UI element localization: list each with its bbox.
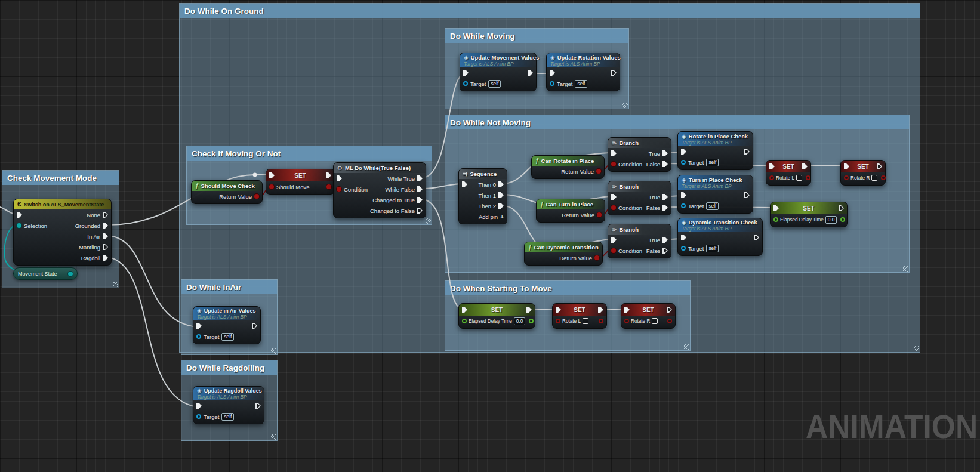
rotate-r-pin[interactable] xyxy=(624,319,629,323)
rotate-in-place-check-node[interactable]: ◈Rotate in Place Check Target is ALS Ani… xyxy=(677,131,753,170)
comment-resize-handle[interactable] xyxy=(684,344,689,350)
branch-node-2[interactable]: ⋔ Branch True Condition False xyxy=(608,181,671,215)
exec-in-pin[interactable] xyxy=(269,172,275,178)
return-value-pin[interactable] xyxy=(597,212,602,217)
comment-resize-handle[interactable] xyxy=(426,218,431,224)
target-pin[interactable] xyxy=(550,81,554,86)
turn-in-place-check-node[interactable]: ◈Turn in Place Check Target is ALS Anim … xyxy=(677,175,753,214)
comment-resize-handle[interactable] xyxy=(903,266,908,272)
exec-out-pin[interactable] xyxy=(528,70,533,76)
rotate-l-out-pin[interactable] xyxy=(806,175,810,180)
update-ragdoll-values-node[interactable]: ◈Update Ragdoll Values Target is ALS Ani… xyxy=(193,386,264,424)
target-pin[interactable] xyxy=(196,334,201,339)
exec-none-pin[interactable] xyxy=(103,212,108,218)
exec-in-pin[interactable] xyxy=(844,163,849,169)
exec-in-pin[interactable] xyxy=(681,192,686,198)
update-rotation-values-node[interactable]: ◈Update Rotation Values Target is ALS An… xyxy=(546,53,620,91)
changed-to-true-pin[interactable] xyxy=(417,197,423,203)
exec-in-pin[interactable] xyxy=(463,70,469,76)
exec-in-pin[interactable] xyxy=(624,307,630,313)
elapsed-delay-pin[interactable] xyxy=(773,217,778,222)
rotate-r-pin[interactable] xyxy=(844,175,849,180)
exec-grounded-pin[interactable] xyxy=(103,223,108,229)
condition-pin[interactable] xyxy=(611,248,616,253)
exec-out-pin[interactable] xyxy=(754,235,759,240)
set-should-move-node[interactable]: SET Should Move xyxy=(266,169,335,195)
exec-in-pin[interactable] xyxy=(769,163,775,169)
exec-in-pin[interactable] xyxy=(550,70,555,76)
set-rotate-r-node-top[interactable]: SET Rotate R xyxy=(840,160,886,186)
rotate-r-out-pin[interactable] xyxy=(667,319,672,323)
exec-out-pin[interactable] xyxy=(802,163,808,169)
true-pin[interactable] xyxy=(662,194,668,200)
comment-header[interactable]: Do While Ragdolling xyxy=(181,360,277,375)
condition-pin[interactable] xyxy=(611,205,616,210)
comment-resize-handle[interactable] xyxy=(271,348,276,354)
self-value[interactable]: self xyxy=(488,80,501,88)
should-move-pin[interactable] xyxy=(269,184,274,189)
movement-state-out-pin[interactable] xyxy=(68,272,73,276)
exec-ragdoll-pin[interactable] xyxy=(103,255,108,261)
graph-canvas[interactable]: ANIMATION Do While On Ground Do While Mo… xyxy=(0,0,980,472)
exec-in-pin[interactable] xyxy=(681,235,686,240)
exec-out-pin[interactable] xyxy=(526,307,532,313)
should-move-out-pin[interactable] xyxy=(326,184,331,189)
self-value[interactable]: self xyxy=(221,413,234,421)
comment-header[interactable]: Do While Not Moving xyxy=(445,115,909,129)
update-in-air-values-node[interactable]: ◈Update in Air Values Target is ALS Anim… xyxy=(193,306,261,344)
comment-header[interactable]: Check If Moving Or Not xyxy=(187,146,432,161)
rotate-l-checkbox[interactable] xyxy=(583,318,588,324)
update-movement-values-node[interactable]: ◈Update Movement Values Target is ALS An… xyxy=(460,53,537,91)
exec-out-pin[interactable] xyxy=(598,307,603,313)
comment-header[interactable]: Do When Starting To Move xyxy=(445,281,690,295)
comment-header[interactable]: Check Movement Mode xyxy=(2,171,119,185)
return-value-pin[interactable] xyxy=(254,194,259,199)
self-value[interactable]: self xyxy=(575,80,587,88)
comment-resize-handle[interactable] xyxy=(113,282,118,287)
movement-state-variable[interactable]: Movement State xyxy=(13,267,78,280)
ml-do-while-node[interactable]: ⚙ ML Do While(True False) While True Con… xyxy=(333,162,426,218)
self-value[interactable]: self xyxy=(706,202,719,210)
condition-pin[interactable] xyxy=(337,187,341,192)
exec-in-pin[interactable] xyxy=(462,181,467,187)
exec-in-pin[interactable] xyxy=(196,403,202,409)
exec-inair-pin[interactable] xyxy=(103,233,108,239)
while-true-pin[interactable] xyxy=(417,175,423,181)
exec-in-pin[interactable] xyxy=(196,323,202,329)
set-elapsed-delay-node-bottom[interactable]: SET Elapsed Delay Time0.0 xyxy=(458,303,535,329)
rotate-l-pin[interactable] xyxy=(556,319,560,323)
exec-in-pin[interactable] xyxy=(773,205,779,211)
exec-out-pin[interactable] xyxy=(667,307,672,313)
add-pin-button[interactable]: Add pin+ xyxy=(459,211,507,222)
comment-resize-handle[interactable] xyxy=(622,103,628,108)
exec-out-pin[interactable] xyxy=(326,172,331,178)
return-value-pin[interactable] xyxy=(594,255,599,260)
elapsed-delay-out-pin[interactable] xyxy=(840,217,845,222)
target-pin[interactable] xyxy=(196,414,201,419)
target-pin[interactable] xyxy=(681,160,686,165)
elapsed-delay-value[interactable]: 0.0 xyxy=(514,317,526,325)
exec-out-pin[interactable] xyxy=(744,192,750,198)
self-value[interactable]: self xyxy=(221,333,234,341)
exec-in-pin[interactable] xyxy=(462,307,467,313)
comment-header[interactable]: Do While On Ground xyxy=(180,4,920,18)
target-pin[interactable] xyxy=(681,203,686,208)
then2-pin[interactable] xyxy=(498,203,504,209)
elapsed-delay-pin[interactable] xyxy=(462,319,467,323)
exec-out-pin[interactable] xyxy=(839,205,844,211)
condition-pin[interactable] xyxy=(611,162,616,166)
exec-out-pin[interactable] xyxy=(611,70,617,76)
changed-to-false-pin[interactable] xyxy=(417,208,423,214)
set-rotate-l-node-bottom[interactable]: SET Rotate L xyxy=(552,303,607,329)
elapsed-delay-out-pin[interactable] xyxy=(529,319,534,323)
can-turn-in-place-node[interactable]: ƒ Can Turn in Place Return Value xyxy=(536,199,605,223)
branch-node-1[interactable]: ⋔ Branch True Condition False xyxy=(608,137,671,172)
rotate-r-checkbox[interactable] xyxy=(652,318,658,324)
return-value-pin[interactable] xyxy=(596,169,601,174)
can-dynamic-transition-node[interactable]: ƒ Can Dynamic Transition Return Value xyxy=(524,242,603,266)
exec-in-pin[interactable] xyxy=(17,212,22,218)
true-pin[interactable] xyxy=(662,237,668,243)
exec-mantling-pin[interactable] xyxy=(103,244,108,250)
sequence-node[interactable]: ⇉ Sequence Then 0 Then 1 Then 2 Add pin+ xyxy=(458,168,507,224)
elapsed-delay-value[interactable]: 0.0 xyxy=(825,216,837,224)
